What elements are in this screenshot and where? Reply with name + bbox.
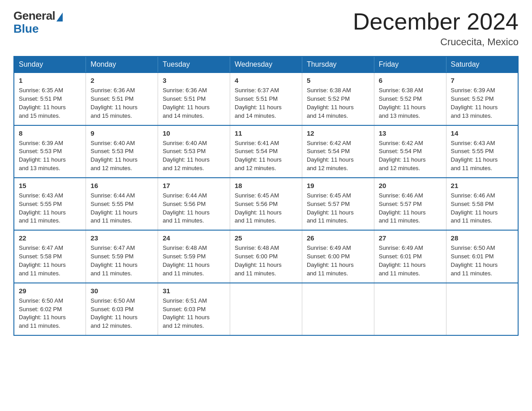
day-number: 24	[163, 234, 225, 242]
calendar-cell: 25 Sunrise: 6:48 AMSunset: 6:00 PMDaylig…	[230, 230, 302, 283]
day-info: Sunrise: 6:42 AMSunset: 5:54 PMDaylight:…	[379, 140, 426, 172]
page-header: General Blue December 2024 Crucecita, Me…	[13, 9, 519, 48]
day-number: 17	[163, 182, 225, 189]
calendar-cell: 28 Sunrise: 6:50 AMSunset: 6:01 PMDaylig…	[446, 230, 518, 283]
calendar-cell: 8 Sunrise: 6:39 AMSunset: 5:53 PMDayligh…	[14, 125, 86, 178]
calendar-cell: 4 Sunrise: 6:37 AMSunset: 5:51 PMDayligh…	[230, 73, 302, 125]
calendar-header-row: SundayMondayTuesdayWednesdayThursdayFrid…	[14, 56, 518, 73]
header-tuesday: Tuesday	[158, 56, 230, 73]
header-wednesday: Wednesday	[230, 56, 302, 73]
day-info: Sunrise: 6:45 AMSunset: 5:57 PMDaylight:…	[307, 192, 354, 224]
calendar-cell: 3 Sunrise: 6:36 AMSunset: 5:51 PMDayligh…	[158, 73, 230, 125]
day-info: Sunrise: 6:48 AMSunset: 6:00 PMDaylight:…	[235, 244, 282, 277]
day-info: Sunrise: 6:35 AMSunset: 5:51 PMDaylight:…	[19, 87, 66, 119]
calendar-week-row: 15 Sunrise: 6:43 AMSunset: 5:55 PMDaylig…	[14, 178, 518, 230]
calendar-cell	[230, 283, 302, 335]
header-thursday: Thursday	[302, 56, 374, 73]
calendar-cell	[302, 283, 374, 335]
calendar-cell: 24 Sunrise: 6:48 AMSunset: 5:59 PMDaylig…	[158, 230, 230, 283]
day-info: Sunrise: 6:41 AMSunset: 5:54 PMDaylight:…	[235, 140, 282, 172]
title-block: December 2024 Crucecita, Mexico	[353, 9, 519, 48]
calendar-cell: 30 Sunrise: 6:50 AMSunset: 6:03 PMDaylig…	[86, 283, 158, 335]
calendar-cell: 20 Sunrise: 6:46 AMSunset: 5:57 PMDaylig…	[374, 178, 446, 230]
day-info: Sunrise: 6:51 AMSunset: 6:03 PMDaylight:…	[163, 297, 210, 330]
calendar-cell: 5 Sunrise: 6:38 AMSunset: 5:52 PMDayligh…	[302, 73, 374, 125]
calendar-cell: 19 Sunrise: 6:45 AMSunset: 5:57 PMDaylig…	[302, 178, 374, 230]
day-info: Sunrise: 6:46 AMSunset: 5:57 PMDaylight:…	[379, 192, 426, 224]
calendar-week-row: 22 Sunrise: 6:47 AMSunset: 5:58 PMDaylig…	[14, 230, 518, 283]
day-number: 9	[90, 129, 153, 137]
calendar-cell: 15 Sunrise: 6:43 AMSunset: 5:55 PMDaylig…	[14, 178, 86, 230]
day-number: 16	[90, 182, 153, 189]
calendar-cell: 29 Sunrise: 6:50 AMSunset: 6:02 PMDaylig…	[14, 283, 86, 335]
day-info: Sunrise: 6:49 AMSunset: 6:00 PMDaylight:…	[307, 244, 354, 277]
day-info: Sunrise: 6:44 AMSunset: 5:55 PMDaylight:…	[90, 192, 137, 224]
calendar-table: SundayMondayTuesdayWednesdayThursdayFrid…	[13, 56, 519, 336]
day-number: 23	[90, 234, 153, 242]
calendar-cell: 16 Sunrise: 6:44 AMSunset: 5:55 PMDaylig…	[86, 178, 158, 230]
calendar-cell: 26 Sunrise: 6:49 AMSunset: 6:00 PMDaylig…	[302, 230, 374, 283]
day-number: 15	[19, 182, 81, 189]
day-number: 26	[307, 234, 369, 242]
calendar-cell: 1 Sunrise: 6:35 AMSunset: 5:51 PMDayligh…	[14, 73, 86, 125]
calendar-cell: 14 Sunrise: 6:43 AMSunset: 5:55 PMDaylig…	[446, 125, 518, 178]
logo-general-text: General	[13, 9, 55, 23]
day-info: Sunrise: 6:36 AMSunset: 5:51 PMDaylight:…	[90, 87, 137, 119]
calendar-cell: 27 Sunrise: 6:49 AMSunset: 6:01 PMDaylig…	[374, 230, 446, 283]
day-number: 2	[90, 77, 153, 84]
calendar-cell: 31 Sunrise: 6:51 AMSunset: 6:03 PMDaylig…	[158, 283, 230, 335]
day-info: Sunrise: 6:40 AMSunset: 5:53 PMDaylight:…	[90, 140, 137, 172]
calendar-cell: 22 Sunrise: 6:47 AMSunset: 5:58 PMDaylig…	[14, 230, 86, 283]
day-number: 29	[19, 287, 81, 295]
day-info: Sunrise: 6:45 AMSunset: 5:56 PMDaylight:…	[235, 192, 282, 224]
calendar-cell: 6 Sunrise: 6:38 AMSunset: 5:52 PMDayligh…	[374, 73, 446, 125]
calendar-cell: 12 Sunrise: 6:42 AMSunset: 5:54 PMDaylig…	[302, 125, 374, 178]
day-number: 10	[163, 129, 225, 137]
calendar-week-row: 1 Sunrise: 6:35 AMSunset: 5:51 PMDayligh…	[14, 73, 518, 125]
day-number: 8	[19, 129, 81, 137]
day-number: 28	[451, 234, 513, 242]
day-info: Sunrise: 6:47 AMSunset: 5:59 PMDaylight:…	[90, 244, 137, 277]
calendar-cell: 9 Sunrise: 6:40 AMSunset: 5:53 PMDayligh…	[86, 125, 158, 178]
calendar-cell: 7 Sunrise: 6:39 AMSunset: 5:52 PMDayligh…	[446, 73, 518, 125]
calendar-cell: 18 Sunrise: 6:45 AMSunset: 5:56 PMDaylig…	[230, 178, 302, 230]
calendar-cell	[374, 283, 446, 335]
logo-triangle-icon	[56, 13, 63, 21]
day-info: Sunrise: 6:50 AMSunset: 6:03 PMDaylight:…	[90, 297, 137, 330]
day-info: Sunrise: 6:39 AMSunset: 5:52 PMDaylight:…	[451, 87, 498, 119]
day-info: Sunrise: 6:39 AMSunset: 5:53 PMDaylight:…	[19, 140, 66, 172]
day-info: Sunrise: 6:43 AMSunset: 5:55 PMDaylight:…	[451, 140, 498, 172]
day-info: Sunrise: 6:36 AMSunset: 5:51 PMDaylight:…	[163, 87, 210, 119]
day-number: 18	[235, 182, 297, 189]
calendar-cell: 11 Sunrise: 6:41 AMSunset: 5:54 PMDaylig…	[230, 125, 302, 178]
calendar-cell: 10 Sunrise: 6:40 AMSunset: 5:53 PMDaylig…	[158, 125, 230, 178]
header-monday: Monday	[86, 56, 158, 73]
day-number: 12	[307, 129, 369, 137]
day-info: Sunrise: 6:47 AMSunset: 5:58 PMDaylight:…	[19, 244, 66, 277]
day-number: 22	[19, 234, 81, 242]
calendar-cell	[446, 283, 518, 335]
day-number: 14	[451, 129, 513, 137]
day-number: 6	[379, 77, 442, 84]
day-info: Sunrise: 6:37 AMSunset: 5:51 PMDaylight:…	[235, 87, 282, 119]
day-info: Sunrise: 6:44 AMSunset: 5:56 PMDaylight:…	[163, 192, 210, 224]
day-info: Sunrise: 6:50 AMSunset: 6:02 PMDaylight:…	[19, 297, 66, 330]
day-number: 25	[235, 234, 297, 242]
day-number: 3	[163, 77, 225, 84]
calendar-cell: 23 Sunrise: 6:47 AMSunset: 5:59 PMDaylig…	[86, 230, 158, 283]
day-info: Sunrise: 6:43 AMSunset: 5:55 PMDaylight:…	[19, 192, 66, 224]
day-info: Sunrise: 6:49 AMSunset: 6:01 PMDaylight:…	[379, 244, 426, 277]
calendar-cell: 17 Sunrise: 6:44 AMSunset: 5:56 PMDaylig…	[158, 178, 230, 230]
calendar-cell: 13 Sunrise: 6:42 AMSunset: 5:54 PMDaylig…	[374, 125, 446, 178]
day-info: Sunrise: 6:46 AMSunset: 5:58 PMDaylight:…	[451, 192, 498, 224]
day-number: 21	[451, 182, 513, 189]
location-text: Crucecita, Mexico	[353, 36, 519, 48]
day-info: Sunrise: 6:38 AMSunset: 5:52 PMDaylight:…	[307, 87, 354, 119]
logo: General Blue	[13, 9, 63, 36]
day-number: 31	[163, 287, 225, 295]
day-number: 4	[235, 77, 297, 84]
day-number: 19	[307, 182, 369, 189]
day-info: Sunrise: 6:42 AMSunset: 5:54 PMDaylight:…	[307, 140, 354, 172]
day-number: 5	[307, 77, 369, 84]
day-number: 7	[451, 77, 513, 84]
